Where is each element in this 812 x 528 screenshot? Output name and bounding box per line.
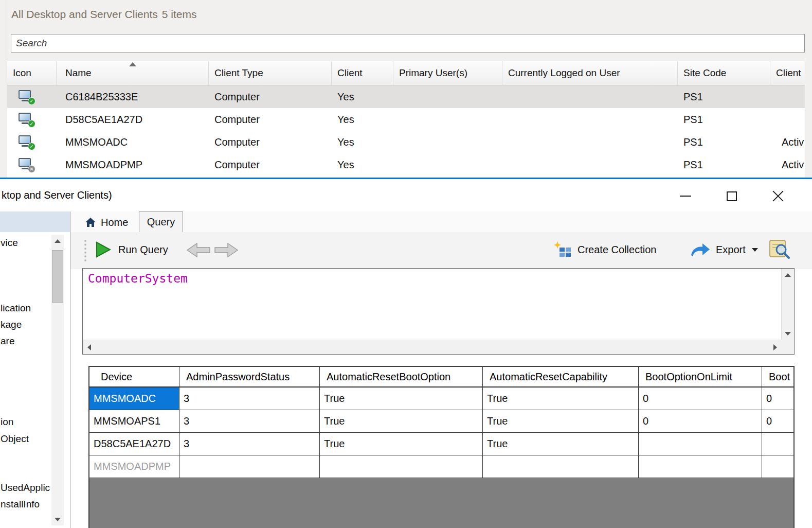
forward-button[interactable] bbox=[214, 243, 238, 257]
result-cell[interactable]: 0 bbox=[762, 388, 795, 410]
result-cell[interactable]: True bbox=[320, 433, 483, 455]
create-collection-button[interactable]: Create Collection bbox=[553, 241, 656, 258]
title-bar[interactable]: ktop and Server Clients) bbox=[0, 181, 812, 212]
query-sidebar: vice lication kage are ion Object UsedAp… bbox=[0, 232, 70, 528]
sidebar-item[interactable]: lication bbox=[1, 303, 31, 314]
result-column-automatic-reset-capability[interactable]: AutomaticResetCapability bbox=[483, 367, 639, 386]
toolbar-grip[interactable] bbox=[84, 240, 86, 261]
scroll-down-arrow[interactable] bbox=[51, 513, 64, 525]
create-collection-label: Create Collection bbox=[578, 244, 656, 256]
query-text-area[interactable]: ComputerSystem bbox=[83, 269, 781, 340]
result-cell[interactable] bbox=[179, 455, 320, 478]
tab-query[interactable]: Query bbox=[139, 212, 183, 232]
result-cell-device[interactable]: D58C5AE1A27D bbox=[89, 433, 179, 455]
export-button[interactable]: Export bbox=[690, 242, 758, 257]
tab-home[interactable]: Home bbox=[78, 213, 135, 232]
column-header-client-type[interactable]: Client Type bbox=[209, 61, 332, 85]
column-header-client[interactable]: Client bbox=[332, 61, 393, 85]
search-input[interactable] bbox=[11, 34, 805, 52]
result-column-automatic-reset-boot-option[interactable]: AutomaticResetBootOption bbox=[320, 367, 483, 386]
result-cell[interactable]: True bbox=[483, 388, 639, 410]
logged-on-user bbox=[502, 85, 678, 108]
result-column-admin-password-status[interactable]: AdminPasswordStatus bbox=[179, 367, 320, 386]
column-header-primary-users[interactable]: Primary User(s) bbox=[393, 61, 502, 85]
sidebar-item[interactable]: are bbox=[1, 336, 14, 347]
clients-list-panel: All Desktop and Server Clients5 items Ic… bbox=[0, 0, 812, 178]
result-cell-device[interactable]: MMSMOADPMP bbox=[89, 455, 179, 478]
editor-vertical-scrollbar[interactable] bbox=[781, 269, 794, 340]
result-cell[interactable] bbox=[320, 455, 483, 478]
sidebar-item[interactable]: nstallInfo bbox=[1, 499, 40, 510]
editor-horizontal-scrollbar[interactable] bbox=[83, 340, 781, 354]
result-cell-device[interactable]: MMSMOADC bbox=[89, 388, 179, 410]
column-header-client-activity[interactable]: Client bbox=[770, 61, 805, 85]
column-header-icon[interactable]: Icon bbox=[7, 61, 57, 85]
export-label: Export bbox=[716, 244, 746, 256]
sidebar-scrollbar[interactable] bbox=[51, 235, 64, 525]
minimize-button[interactable] bbox=[669, 183, 702, 209]
client-row[interactable]: C6184B25333E Computer Yes PS1 bbox=[7, 85, 805, 108]
result-row-pending: MMSMOADPMP bbox=[89, 455, 793, 478]
close-button[interactable] bbox=[762, 183, 795, 209]
result-column-boot-option-on-limit[interactable]: BootOptionOnLimit bbox=[639, 367, 762, 386]
sidebar-item[interactable]: ion bbox=[1, 416, 13, 428]
client-icon-cell bbox=[7, 108, 57, 131]
run-query-label: Run Query bbox=[118, 244, 168, 256]
window-title: ktop and Server Clients) bbox=[2, 189, 112, 201]
tab-query-label: Query bbox=[147, 216, 175, 228]
result-cell[interactable]: 0 bbox=[762, 410, 795, 432]
result-cell[interactable]: True bbox=[320, 388, 483, 410]
result-cell[interactable]: 0 bbox=[639, 410, 762, 432]
scroll-down-arrow[interactable] bbox=[782, 327, 794, 340]
run-query-button[interactable]: Run Query bbox=[96, 241, 168, 258]
maximize-button[interactable] bbox=[715, 183, 748, 209]
sidebar-item[interactable]: vice bbox=[1, 237, 18, 249]
sidebar-item[interactable]: kage bbox=[1, 319, 22, 330]
client-activity: Activ bbox=[770, 153, 805, 176]
client-name: C6184B25333E bbox=[57, 85, 209, 108]
scroll-up-arrow[interactable] bbox=[782, 269, 794, 281]
result-cell[interactable] bbox=[639, 455, 762, 478]
sidebar-item[interactable]: Object bbox=[1, 433, 29, 445]
status-ok-badge-icon bbox=[28, 143, 35, 150]
result-cell[interactable]: 0 bbox=[639, 388, 762, 410]
scroll-right-arrow[interactable] bbox=[769, 341, 781, 354]
scrollbar-thumb[interactable] bbox=[52, 250, 63, 303]
result-cell[interactable] bbox=[639, 433, 762, 455]
result-cell[interactable] bbox=[483, 455, 639, 478]
site-code: PS1 bbox=[678, 85, 770, 108]
result-row: D58C5AE1A27D 3 True True bbox=[89, 433, 793, 455]
result-cell[interactable]: True bbox=[483, 410, 639, 432]
result-cell[interactable] bbox=[762, 433, 795, 455]
site-code: PS1 bbox=[678, 108, 770, 131]
result-cell[interactable] bbox=[762, 455, 795, 478]
panel-title-text: All Desktop and Server Clients bbox=[11, 8, 158, 20]
back-button[interactable] bbox=[187, 243, 210, 257]
client-type: Computer bbox=[209, 131, 332, 153]
result-column-device[interactable]: Device bbox=[89, 367, 179, 386]
scroll-left-arrow[interactable] bbox=[83, 341, 95, 354]
browse-button[interactable] bbox=[769, 238, 790, 261]
result-cell-device[interactable]: MMSMOAPS1 bbox=[89, 410, 179, 432]
sidebar-item[interactable]: UsedApplic bbox=[1, 482, 50, 494]
result-column-boot[interactable]: Boot bbox=[762, 367, 795, 386]
result-cell[interactable]: 3 bbox=[179, 410, 320, 432]
column-header-logged-on-user[interactable]: Currently Logged on User bbox=[502, 61, 678, 85]
search-folder-icon bbox=[769, 238, 790, 259]
client-row[interactable]: MMSMOADPMP Computer Yes PS1 Activ bbox=[7, 153, 805, 176]
column-header-site-code[interactable]: Site Code bbox=[678, 61, 770, 85]
result-cell[interactable]: 3 bbox=[179, 388, 320, 410]
result-cell[interactable]: True bbox=[483, 433, 639, 455]
result-cell[interactable]: True bbox=[320, 410, 483, 432]
query-toolbar: Run Query Create Collection bbox=[70, 232, 812, 269]
scroll-up-arrow[interactable] bbox=[51, 235, 64, 247]
result-cell[interactable]: 3 bbox=[179, 433, 320, 455]
status-error-badge-icon bbox=[28, 165, 35, 173]
logged-on-user bbox=[502, 131, 678, 153]
run-icon bbox=[96, 241, 111, 258]
client-row[interactable]: D58C5AE1A27D Computer Yes PS1 bbox=[7, 108, 805, 131]
client-activity bbox=[770, 108, 805, 131]
result-row: MMSMOAPS1 3 True True 0 0 bbox=[89, 410, 793, 433]
query-main-area: Run Query Create Collection bbox=[70, 232, 812, 528]
client-row[interactable]: MMSMOADC Computer Yes PS1 Activ bbox=[7, 131, 805, 153]
